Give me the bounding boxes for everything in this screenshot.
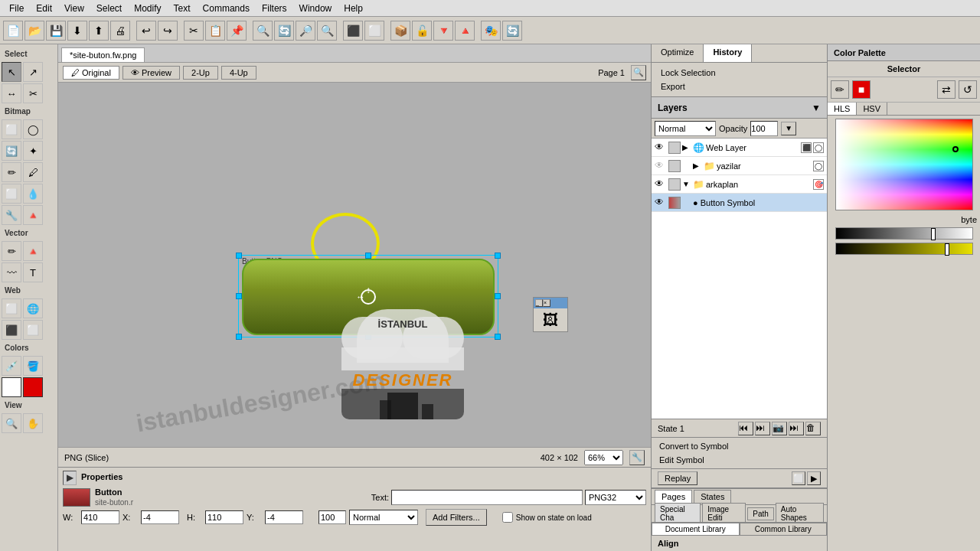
brush-tool[interactable]: ✏ xyxy=(2,162,21,182)
pen-tool[interactable]: ✏ xyxy=(2,241,21,261)
text-input[interactable] xyxy=(391,490,583,505)
h-input[interactable] xyxy=(205,510,243,524)
merge-btn[interactable]: 🔺 xyxy=(455,21,475,41)
print-btn[interactable]: 🖨 xyxy=(110,21,130,41)
workspace[interactable]: istanbuldesigner.com Button PNG ↔ xyxy=(58,83,651,447)
2up-tab[interactable]: 2-Up xyxy=(183,66,218,80)
find-btn[interactable]: 🔍 xyxy=(253,21,273,41)
replay-icon-1[interactable]: ⬜ xyxy=(792,471,805,485)
hotspot-tool[interactable]: ⬜ xyxy=(2,298,21,318)
show-state-checkbox[interactable] xyxy=(502,512,513,523)
menu-select[interactable]: Select xyxy=(90,2,128,15)
transform-btn[interactable]: 🔄 xyxy=(502,21,522,41)
ellipse-marquee-tool[interactable]: ◯ xyxy=(23,119,43,139)
replay-btn[interactable]: Replay xyxy=(658,471,697,485)
copy-btn[interactable]: 📋 xyxy=(205,21,225,41)
align-btn[interactable]: ⬛ xyxy=(343,21,363,41)
history-tab[interactable]: History xyxy=(704,44,752,62)
subselect-tool[interactable]: ↗ xyxy=(23,62,43,82)
original-tab[interactable]: 🖊 Original xyxy=(63,66,119,80)
fw-close[interactable]: × xyxy=(543,299,550,307)
preview-tab[interactable]: 👁 Preview xyxy=(122,66,180,80)
layer-expand-arkaplan[interactable]: ▼ xyxy=(682,180,691,188)
undo-btn[interactable]: ↩ xyxy=(136,21,156,41)
flatten-btn[interactable]: 🔻 xyxy=(433,21,453,41)
zoom-in-btn[interactable]: 🔎 xyxy=(296,21,315,41)
freeform-tool[interactable]: 〰 xyxy=(2,262,21,282)
blur-tool[interactable]: 💧 xyxy=(23,184,43,204)
x-input[interactable] xyxy=(141,510,179,524)
layers-menu-icon[interactable]: ▼ xyxy=(812,103,821,113)
text-tool[interactable]: T xyxy=(23,262,43,282)
zoom-select[interactable]: 25% 50% 66% 100% 150% 200% xyxy=(584,450,623,465)
vector-path-tool[interactable]: 🔺 xyxy=(23,241,43,261)
color-gradient[interactable] xyxy=(835,119,973,210)
cut-btn[interactable]: ✂ xyxy=(184,21,204,41)
layer-row-yazilar[interactable]: 👁 ▶ 📁 yazilar ◯ xyxy=(652,157,827,175)
hls-tab[interactable]: HLS xyxy=(828,103,857,115)
layer-eye-yazilar[interactable]: 👁 xyxy=(655,160,667,172)
format-select[interactable]: PNG32 PNG8 GIF JPEG xyxy=(585,490,646,505)
file-tab[interactable]: *site-buton.fw.png xyxy=(61,47,145,62)
optimize-icon[interactable]: 🔧 xyxy=(629,450,645,465)
slice-tool[interactable]: 🌐 xyxy=(23,298,43,318)
hand-tool[interactable]: ✋ xyxy=(23,413,43,433)
fw-minimize[interactable]: _ xyxy=(535,299,543,307)
y-input[interactable] xyxy=(265,510,303,524)
magic-wand-tool[interactable]: ✦ xyxy=(23,141,43,161)
layer-row-button-symbol[interactable]: 👁 ● Button Symbol xyxy=(652,194,827,212)
bg-color[interactable] xyxy=(23,377,43,397)
common-library-tab[interactable]: Common Library xyxy=(740,523,828,536)
state-prev[interactable]: ⏮ xyxy=(738,422,753,435)
lasso-tool[interactable]: 🔄 xyxy=(2,141,21,161)
menu-text[interactable]: Text xyxy=(168,2,197,15)
state-next[interactable]: ⏭ xyxy=(755,422,770,435)
reset-color-tool[interactable]: ↺ xyxy=(959,80,977,99)
menu-window[interactable]: Window xyxy=(293,2,338,15)
path-tab[interactable]: Path xyxy=(747,507,774,520)
hue-slider[interactable] xyxy=(835,227,973,240)
layer-eye-arkaplan[interactable]: 👁 xyxy=(655,178,667,191)
eyedropper-tool[interactable]: 💉 xyxy=(2,356,21,376)
replace-btn[interactable]: 🔄 xyxy=(274,21,294,41)
menu-commands[interactable]: Commands xyxy=(197,2,256,15)
auto-shapes-tab[interactable]: Auto Shapes xyxy=(776,503,824,524)
green-button[interactable]: ↔ ↕ xyxy=(242,259,495,335)
special-char-tab[interactable]: Special Cha xyxy=(655,503,701,524)
image-edit-tab[interactable]: Image Editi xyxy=(702,503,746,524)
4up-tab[interactable]: 4-Up xyxy=(221,66,256,80)
menu-file[interactable]: File xyxy=(3,2,30,15)
distribute-btn[interactable]: ⬜ xyxy=(364,21,384,41)
group-btn[interactable]: 📦 xyxy=(390,21,410,41)
marquee-tool[interactable]: ⬜ xyxy=(2,119,21,139)
zoom-selector[interactable]: 🔍 xyxy=(631,65,646,80)
rubber-stamp-tool[interactable]: 🔧 xyxy=(2,205,21,225)
document-library-tab[interactable]: Document Library xyxy=(652,523,740,536)
eraser-tool[interactable]: ⬜ xyxy=(2,184,21,204)
save-btn[interactable]: 💾 xyxy=(46,21,66,41)
paste-btn[interactable]: 📌 xyxy=(227,21,247,41)
layer-mode-select[interactable]: Normal Multiply Screen xyxy=(655,121,716,136)
pages-tab[interactable]: Pages xyxy=(655,490,692,504)
redo-btn[interactable]: ↪ xyxy=(158,21,178,41)
floating-window[interactable]: _ × 🖼 xyxy=(533,297,568,332)
lock-selection-item[interactable]: Lock Selection xyxy=(655,66,824,80)
saturation-slider[interactable] xyxy=(835,243,973,255)
state-dup[interactable]: ⏭ xyxy=(789,422,804,435)
layer-eye-web[interactable]: 👁 xyxy=(655,142,667,154)
fg-color[interactable] xyxy=(2,377,21,397)
new-btn[interactable]: 📄 xyxy=(3,21,23,41)
crop-tool[interactable]: ✂ xyxy=(23,83,43,103)
edit-symbol-item[interactable]: Edit Symbol xyxy=(653,453,825,467)
open-btn[interactable]: 📂 xyxy=(24,21,44,41)
state-del[interactable]: 🗑 xyxy=(805,422,821,435)
ungroup-btn[interactable]: 🔓 xyxy=(412,21,432,41)
paint-bucket-tool[interactable]: 🪣 xyxy=(23,356,43,376)
zoom-tool[interactable]: 🔍 xyxy=(2,413,21,433)
blend-mode-select[interactable]: Normal Multiply Screen Overlay xyxy=(349,510,418,525)
menu-help[interactable]: Help xyxy=(338,2,369,15)
zoom-out-btn[interactable]: 🔍 xyxy=(317,21,337,41)
scale-tool[interactable]: ↔ xyxy=(2,83,21,103)
web-tool-3[interactable]: ⬜ xyxy=(23,320,43,340)
menu-edit[interactable]: Edit xyxy=(30,2,58,15)
